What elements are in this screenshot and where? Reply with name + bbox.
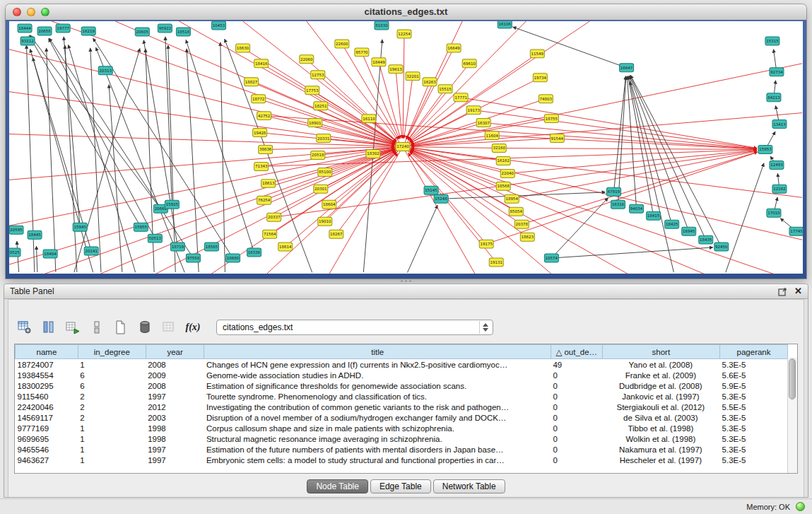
graph-node[interactable]: 20518 (311, 151, 325, 159)
graph-node[interactable]: 18604 (322, 200, 336, 209)
graph-node[interactable]: 18827 (245, 78, 259, 86)
graph-node[interactable]: 18518 (176, 28, 190, 36)
graph-node[interactable]: 16647 (620, 64, 634, 72)
graph-node[interactable]: 18772 (252, 95, 266, 103)
graph-node[interactable]: 16316 (611, 200, 625, 209)
column-header-in_degree[interactable]: in_degree (78, 345, 146, 359)
panel-splitter-handle[interactable] (396, 279, 416, 283)
graph-node[interactable]: 19131 (489, 258, 503, 267)
graph-node[interactable]: 22040 (500, 169, 514, 177)
graph-node[interactable]: 18425 (665, 220, 679, 228)
graph-node[interactable]: 19734 (533, 74, 547, 82)
graph-node[interactable]: 18416 (254, 59, 269, 68)
graph-node[interactable]: 18404 (43, 250, 57, 258)
graph-node[interactable]: 17240 (396, 143, 410, 151)
table-row[interactable]: 977716911998Corpus callosum shape and si… (16, 423, 788, 433)
table-panel-header[interactable]: Table Panel ✕ (4, 284, 808, 299)
graph-node[interactable]: 18719 (170, 243, 184, 251)
table-row[interactable]: 911546021997Tourette syndrome. Phenomeno… (16, 391, 788, 402)
graph-node[interactable]: 15955 (134, 223, 148, 231)
graph-node[interactable]: 16110 (362, 115, 376, 123)
graph-node[interactable]: 19173 (466, 106, 481, 115)
tab-edge-table[interactable]: Edge Table (370, 479, 431, 493)
graph-node[interactable]: 19428 (253, 129, 267, 137)
graph-node[interactable]: 16307 (476, 119, 490, 127)
graph-node[interactable]: 20331 (317, 134, 331, 143)
graph-node[interactable]: 97550 (186, 254, 200, 262)
graph-node[interactable]: 85100 (318, 168, 332, 176)
graph-node[interactable]: 93212 (20, 37, 35, 45)
graph-node[interactable]: 92734 (770, 68, 784, 76)
graph-node[interactable]: 18568 (496, 182, 510, 190)
graph-node[interactable]: 19175 (479, 240, 493, 248)
graph-node[interactable]: 12753 (311, 71, 325, 79)
table-row[interactable]: 969969511998Structural magnetic resonanc… (16, 433, 788, 444)
table-row[interactable]: 1938455462009Genome-wide association stu… (16, 370, 788, 380)
table-row[interactable]: 1830029562008Estimation of significance … (16, 380, 788, 391)
graph-node[interactable]: 20658 (37, 27, 52, 35)
graph-node[interactable]: 20337 (267, 213, 281, 221)
graph-node[interactable]: 10574 (544, 254, 558, 262)
column-header-year[interactable]: year (146, 345, 204, 359)
graph-node[interactable]: 17010 (767, 209, 781, 217)
graph-node[interactable]: 12254 (397, 30, 411, 38)
graph-node[interactable]: 15315 (765, 37, 779, 45)
graph-node[interactable]: 18444 (18, 24, 32, 33)
graph-node[interactable]: 84213 (767, 93, 781, 102)
graph-node[interactable]: 18302 (366, 149, 380, 158)
graph-node[interactable]: 91544 (550, 134, 564, 143)
graph-node[interactable]: 71564 (263, 230, 277, 238)
graph-node[interactable]: 18267 (329, 230, 343, 238)
column-header-out_de[interactable]: △ out_de… (551, 345, 602, 359)
graph-node[interactable]: 20313 (98, 66, 112, 75)
table-row[interactable]: 946362711997Embryonic stem cells: a mode… (16, 455, 788, 465)
column-header-title[interactable]: title (204, 345, 551, 359)
table-row[interactable]: 1872400712008Changes of HCN gene express… (16, 359, 788, 370)
close-panel-icon[interactable]: ✕ (794, 287, 802, 296)
graph-node[interactable]: 20605 (135, 28, 149, 36)
graph-node[interactable]: 74803 (539, 95, 553, 103)
graph-node[interactable]: 16649 (447, 44, 461, 52)
graph-node[interactable]: 18755 (544, 115, 558, 123)
graph-node[interactable]: 18680 (226, 254, 240, 262)
graph-node[interactable]: 17771 (454, 93, 468, 102)
graph-node[interactable]: 12493 (770, 160, 784, 169)
graph-node[interactable]: 81830 (375, 21, 389, 30)
function-builder-icon[interactable]: f(x) (184, 319, 202, 336)
graph-node[interactable]: 20595 (9, 226, 23, 234)
graph-node[interactable]: 20378 (514, 220, 529, 228)
graph-node[interactable]: 15945 (73, 223, 87, 231)
table-row[interactable]: 1456911722003Disruption of a novel membe… (16, 412, 788, 423)
import-table-icon[interactable] (64, 319, 82, 336)
graph-node[interactable]: 17753 (305, 86, 319, 95)
graph-node[interactable]: 15515 (438, 85, 452, 93)
graph-node[interactable]: 76254 (257, 196, 271, 204)
graph-node[interactable]: 18901 (308, 119, 322, 127)
graph-node[interactable]: 22060 (300, 55, 314, 64)
graph-node[interactable]: 13413 (772, 120, 787, 129)
graph-node[interactable]: 11549 (530, 49, 544, 58)
tab-node-table[interactable]: Node Table (307, 479, 368, 493)
graph-node[interactable]: 18445 (28, 230, 42, 239)
graph-node[interactable]: 16106 (498, 21, 512, 28)
graph-node[interactable]: 95770 (355, 48, 369, 57)
table-row[interactable]: 2242004622012Investigating the contribut… (16, 402, 788, 412)
table-scrollbar-thumb[interactable] (789, 358, 796, 399)
graph-node[interactable]: 17745 (789, 227, 803, 235)
graph-node[interactable]: 67919 (607, 187, 621, 196)
graph-node[interactable]: 10453 (212, 21, 226, 30)
graph-node[interactable]: 50513 (148, 234, 162, 243)
graph-node[interactable]: 20141 (84, 247, 98, 255)
graph-node[interactable]: 94034 (630, 204, 644, 213)
graph-node[interactable]: 15248 (434, 194, 448, 203)
graph-node[interactable]: 19613 (389, 65, 403, 74)
graph-node[interactable]: 20301 (314, 185, 328, 193)
graph-node[interactable]: 69610 (462, 59, 476, 68)
graph-node[interactable]: 18613 (261, 179, 276, 187)
graph-node[interactable]: 18435 (699, 235, 713, 244)
graph-node[interactable]: 12162 (772, 185, 787, 193)
table-scrollbar[interactable] (787, 357, 797, 473)
graph-node[interactable]: 18954 (505, 194, 519, 203)
graph-node[interactable]: 15925 (165, 200, 179, 209)
network-table-select[interactable]: citations_edges.txt (216, 320, 493, 335)
